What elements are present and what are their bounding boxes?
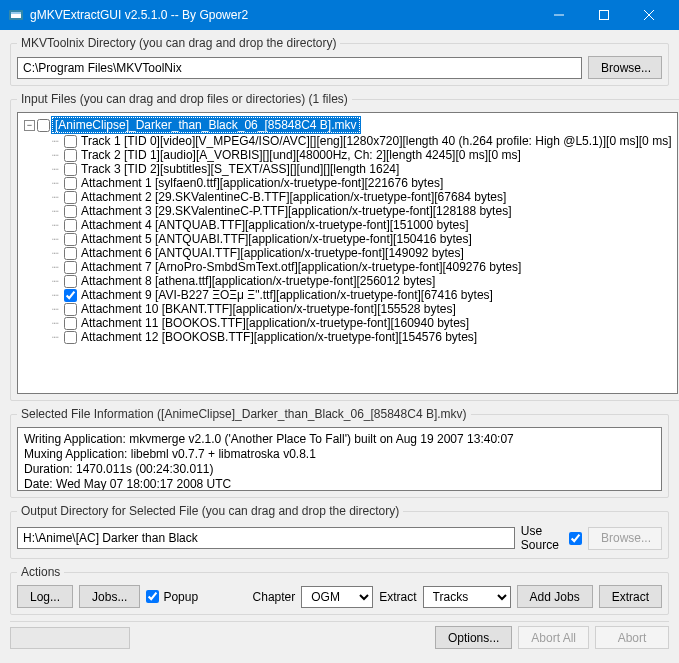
extract-mode-select[interactable]: Tracks	[423, 586, 511, 608]
actions-legend: Actions	[17, 565, 64, 579]
tree-connector: ┈	[52, 331, 58, 344]
tree-connector: ┈	[52, 275, 58, 288]
output-dir-group: Output Directory for Selected File (you …	[10, 504, 669, 559]
tree-item[interactable]: ┈Attachment 5 [ANTQUABI.TTF][application…	[52, 232, 671, 246]
tree-connector: ┈	[52, 233, 58, 246]
mkvtoolnix-dir-legend: MKVToolnix Directory (you can drag and d…	[17, 36, 340, 50]
tree-root-label[interactable]: [AnimeClipse]_Darker_than_Black_06_[8584…	[52, 117, 360, 133]
tree-expander[interactable]: −	[24, 120, 35, 131]
tree-connector: ┈	[52, 219, 58, 232]
tree-item-label: Track 1 [TID 0][video][V_MPEG4/ISO/AVC][…	[81, 134, 671, 148]
extract-mode-label: Extract	[379, 590, 416, 604]
input-files-tree[interactable]: − [AnimeClipse]_Darker_than_Black_06_[85…	[17, 112, 678, 394]
tree-item[interactable]: ┈Attachment 9 [AVI-B227 ΞΟΞμ Ξ".ttf][app…	[52, 288, 671, 302]
tree-item-checkbox[interactable]	[64, 205, 77, 218]
tree-item-checkbox[interactable]	[64, 135, 77, 148]
tree-item-checkbox[interactable]	[64, 261, 77, 274]
tree-item[interactable]: ┈Track 1 [TID 0][video][V_MPEG4/ISO/AVC]…	[52, 134, 671, 148]
window-title: gMKVExtractGUI v2.5.1.0 -- By Gpower2	[30, 8, 536, 22]
tree-item-checkbox[interactable]	[64, 303, 77, 316]
tree-connector: ┈	[52, 303, 58, 316]
status-bar: Options... Abort All Abort	[10, 621, 669, 649]
svg-rect-4	[599, 11, 608, 20]
info-line: Muxing Application: libebml v0.7.7 + lib…	[24, 447, 655, 462]
use-source-text: Use Source	[521, 524, 565, 552]
log-button[interactable]: Log...	[17, 585, 73, 608]
info-line: Date: Wed May 07 18:00:17 2008 UTC	[24, 477, 655, 491]
tree-item[interactable]: ┈Attachment 10 [BKANT.TTF][application/x…	[52, 302, 671, 316]
abort-all-button: Abort All	[518, 626, 589, 649]
tree-item[interactable]: ┈Track 3 [TID 2][subtitles][S_TEXT/ASS][…	[52, 162, 671, 176]
tree-item-label: Attachment 1 [sylfaen0.ttf][application/…	[81, 176, 443, 190]
tree-item-checkbox[interactable]	[64, 289, 77, 302]
actions-group: Actions Log... Jobs... Popup Chapter OGM…	[10, 565, 669, 615]
tree-item[interactable]: ┈Attachment 12 [BOOKOSB.TTF][application…	[52, 330, 671, 344]
output-browse-button: Browse...	[588, 527, 662, 550]
titlebar: gMKVExtractGUI v2.5.1.0 -- By Gpower2	[0, 0, 679, 30]
jobs-button[interactable]: Jobs...	[79, 585, 140, 608]
tree-item[interactable]: ┈Attachment 7 [ArnoPro-SmbdSmText.otf][a…	[52, 260, 671, 274]
output-dir-legend: Output Directory for Selected File (you …	[17, 504, 403, 518]
tree-item[interactable]: ┈Track 2 [TID 1][audio][A_VORBIS][][und]…	[52, 148, 671, 162]
tree-item-label: Attachment 4 [ANTQUAB.TTF][application/x…	[81, 218, 469, 232]
input-files-group: Input Files (you can drag and drop files…	[10, 92, 679, 401]
tree-connector: ┈	[52, 163, 58, 176]
tree-item-label: Track 2 [TID 1][audio][A_VORBIS][][und][…	[81, 148, 521, 162]
close-button[interactable]	[626, 0, 671, 30]
tree-item[interactable]: ┈Attachment 11 [BOOKOS.TTF][application/…	[52, 316, 671, 330]
maximize-button[interactable]	[581, 0, 626, 30]
popup-label[interactable]: Popup	[146, 590, 198, 604]
tree-item-label: Attachment 12 [BOOKOSB.TTF][application/…	[81, 330, 477, 344]
selected-file-info-group: Selected File Information ([AnimeClipse]…	[10, 407, 669, 498]
tree-item-checkbox[interactable]	[64, 191, 77, 204]
use-source-label[interactable]: Use Source	[521, 524, 582, 552]
popup-text: Popup	[163, 590, 198, 604]
tree-connector: ┈	[52, 191, 58, 204]
tree-item-checkbox[interactable]	[64, 149, 77, 162]
tree-item-label: Attachment 11 [BOOKOS.TTF][application/x…	[81, 316, 469, 330]
tree-item[interactable]: ┈Attachment 3 [29.SKValentineC-P.TTF][ap…	[52, 204, 671, 218]
tree-item-checkbox[interactable]	[64, 177, 77, 190]
tree-item[interactable]: ┈Attachment 8 [athena.ttf][application/x…	[52, 274, 671, 288]
use-source-checkbox[interactable]	[569, 532, 582, 545]
tree-item-checkbox[interactable]	[64, 317, 77, 330]
options-button[interactable]: Options...	[435, 626, 512, 649]
popup-checkbox[interactable]	[146, 590, 159, 603]
tree-root-checkbox[interactable]	[37, 119, 50, 132]
tree-item-checkbox[interactable]	[64, 233, 77, 246]
tree-connector: ┈	[52, 247, 58, 260]
add-jobs-button[interactable]: Add Jobs	[517, 585, 593, 608]
tree-item-checkbox[interactable]	[64, 219, 77, 232]
chapter-select[interactable]: OGM	[301, 586, 373, 608]
output-dir-input[interactable]	[17, 527, 515, 549]
tree-connector: ┈	[52, 317, 58, 330]
tree-item-checkbox[interactable]	[64, 247, 77, 260]
tree-item[interactable]: ┈Attachment 4 [ANTQUAB.TTF][application/…	[52, 218, 671, 232]
abort-button: Abort	[595, 626, 669, 649]
tree-connector: ┈	[52, 289, 58, 302]
tree-item-label: Attachment 2 [29.SKValentineC-B.TTF][app…	[81, 190, 506, 204]
tree-connector: ┈	[52, 135, 58, 148]
minimize-button[interactable]	[536, 0, 581, 30]
tree-connector: ┈	[52, 149, 58, 162]
tree-item[interactable]: ┈Attachment 6 [ANTQUAI.TTF][application/…	[52, 246, 671, 260]
info-line: Duration: 1470.011s (00:24:30.011)	[24, 462, 655, 477]
tree-item-label: Attachment 10 [BKANT.TTF][application/x-…	[81, 302, 456, 316]
chapter-label: Chapter	[253, 590, 296, 604]
tree-item[interactable]: ┈Attachment 2 [29.SKValentineC-B.TTF][ap…	[52, 190, 671, 204]
tree-connector: ┈	[52, 261, 58, 274]
tree-item-checkbox[interactable]	[64, 275, 77, 288]
mkvtoolnix-dir-group: MKVToolnix Directory (you can drag and d…	[10, 36, 669, 86]
selected-file-info-legend: Selected File Information ([AnimeClipse]…	[17, 407, 471, 421]
svg-rect-2	[11, 12, 21, 14]
tree-item-label: Attachment 3 [29.SKValentineC-P.TTF][app…	[81, 204, 511, 218]
info-line: Writing Application: mkvmerge v2.1.0 ('A…	[24, 432, 655, 447]
tree-item-checkbox[interactable]	[64, 331, 77, 344]
tree-item-checkbox[interactable]	[64, 163, 77, 176]
mkvtoolnix-dir-input[interactable]	[17, 57, 582, 79]
mkvtoolnix-browse-button[interactable]: Browse...	[588, 56, 662, 79]
tree-item[interactable]: ┈Attachment 1 [sylfaen0.ttf][application…	[52, 176, 671, 190]
app-icon	[8, 7, 24, 23]
tree-item-label: Attachment 9 [AVI-B227 ΞΟΞμ Ξ".ttf][appl…	[81, 288, 493, 302]
extract-button[interactable]: Extract	[599, 585, 662, 608]
